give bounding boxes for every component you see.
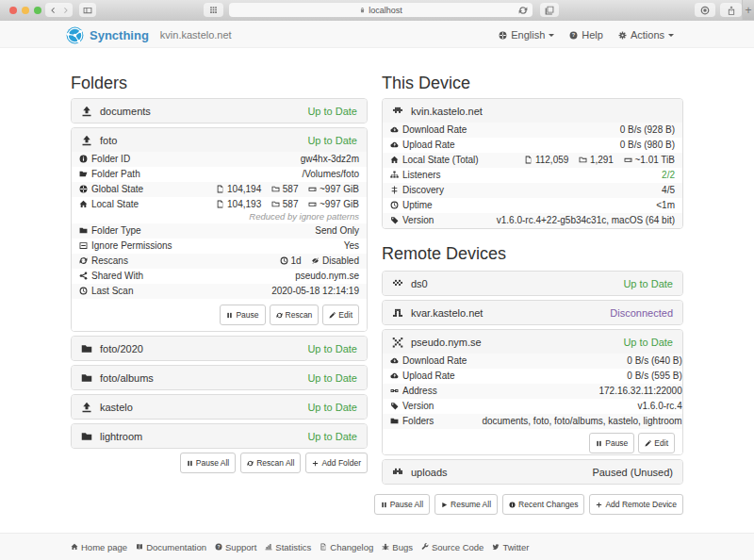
privacy-report-button[interactable]: [695, 3, 715, 17]
upload-icon: [81, 135, 92, 146]
tab-overview-button[interactable]: [540, 3, 559, 17]
folder-status: Up to Date: [307, 431, 357, 442]
history-nav-group: [45, 3, 73, 17]
folder-status: Up to Date: [307, 402, 357, 413]
footer-link-source-code[interactable]: Source Code: [421, 542, 484, 552]
device-header-kvar[interactable]: kvar.kastelo.net Disconnected: [383, 301, 682, 324]
share-icon: [79, 272, 88, 280]
edit-button[interactable]: Edit: [638, 433, 675, 453]
pause-button[interactable]: Pause: [589, 433, 634, 453]
add-folder-button[interactable]: Add Folder: [305, 453, 368, 473]
resume-all-button[interactable]: Resume All: [434, 494, 498, 515]
footer-link-twitter[interactable]: Twitter: [492, 542, 529, 552]
clock-icon: [280, 256, 288, 265]
recent-changes-button[interactable]: Recent Changes: [502, 494, 584, 515]
device-header-ds0[interactable]: ds0 Up to Date: [383, 272, 682, 295]
row-last-scan: Last Scan 2020-05-18 12:14:19: [72, 284, 367, 299]
device-name: uploads: [411, 467, 448, 478]
zoom-window-button[interactable]: [34, 7, 41, 14]
folder-header-foto[interactable]: foto Up to Date: [72, 128, 367, 152]
folder-panel-footer: Pause Rescan Edit: [72, 299, 367, 331]
pause-all-button[interactable]: Pause All: [374, 494, 430, 515]
this-device-table: Download Rate 0 B/s (928 B) Upload Rate …: [383, 123, 682, 228]
pencil-icon: [645, 440, 651, 447]
pause-button[interactable]: Pause: [220, 305, 265, 325]
row-folders: Folders documents, foto, foto/albums, ka…: [383, 414, 683, 429]
row-reduced-note: Reduced by ignore patterns: [72, 212, 367, 223]
minus-square-icon: [79, 241, 88, 250]
sitemap-icon: [390, 171, 399, 179]
footer-link-homepage[interactable]: Home page: [71, 542, 127, 552]
close-window-button[interactable]: [9, 7, 17, 14]
folder-header-fotoalbums[interactable]: foto/albums Up to Date: [72, 366, 367, 389]
row-download-rate: Download Rate 0 B/s (640 B): [383, 354, 683, 369]
language-menu[interactable]: English: [499, 29, 554, 41]
footer-link-support[interactable]: Support: [215, 542, 256, 552]
link-icon: [390, 387, 399, 395]
row-local-state: Local State 104,193 587 ~997 GiB: [72, 197, 367, 212]
folders-actions: Pause All Rescan All Add Folder: [71, 453, 368, 473]
twitter-icon: [492, 543, 500, 551]
cloud-download-icon: [390, 356, 399, 365]
plus-icon: [312, 460, 319, 467]
pause-icon: [596, 440, 602, 447]
folder-header-documents[interactable]: documents Up to Date: [72, 99, 367, 123]
device-panel-footer: Pause Edit: [383, 429, 682, 454]
folder-panel-lightroom: lightroom Up to Date: [71, 423, 368, 449]
refresh-icon: [79, 256, 88, 265]
row-folder-type: Folder Type Send Only: [72, 223, 367, 239]
forward-button[interactable]: [62, 7, 70, 14]
footer-link-bugs[interactable]: Bugs: [382, 542, 413, 552]
row-uptime: Uptime <1m: [383, 198, 682, 213]
pause-icon: [187, 460, 193, 467]
pause-all-button[interactable]: Pause All: [180, 453, 236, 473]
this-device-panel: kvin.kastelo.net Download Rate 0 B/s (92…: [382, 98, 683, 229]
folder-name: foto: [100, 135, 117, 146]
rescan-all-button[interactable]: Rescan All: [240, 453, 301, 473]
home-icon: [390, 156, 399, 164]
remote-devices-actions: Pause All Resume All Recent Changes Add …: [382, 494, 683, 515]
folder-status: Up to Date: [307, 343, 357, 354]
row-folder-path: Folder Path /Volumes/foto: [72, 167, 367, 182]
cloud-download-icon: [390, 125, 399, 134]
url-bar[interactable]: localhost: [229, 3, 533, 17]
device-header-uploads[interactable]: uploads Paused (Unused): [383, 460, 682, 484]
this-device-header[interactable]: kvin.kastelo.net: [383, 99, 682, 123]
actions-menu[interactable]: Actions: [618, 29, 674, 41]
new-tab-button[interactable]: +: [742, 0, 754, 20]
add-remote-device-button[interactable]: Add Remote Device: [589, 494, 683, 515]
reload-button[interactable]: [518, 6, 528, 15]
upload-icon: [81, 402, 92, 413]
cloud-upload-icon: [390, 140, 399, 149]
cloud-upload-icon: [390, 371, 399, 380]
folder-header-lightroom[interactable]: lightroom Up to Date: [72, 424, 367, 448]
gear-icon: [618, 31, 627, 40]
rescan-button[interactable]: Rescan: [270, 305, 320, 325]
footer-link-statistics[interactable]: Statistics: [265, 542, 311, 552]
folder-header-foto2020[interactable]: foto/2020 Up to Date: [72, 337, 367, 360]
top-sites-button[interactable]: [204, 3, 223, 17]
share-button[interactable]: [720, 3, 742, 17]
browser-chrome: localhost +: [0, 0, 754, 21]
help-menu[interactable]: Help: [569, 29, 603, 41]
footer-link-changelog[interactable]: Changelog: [320, 542, 373, 552]
remote-devices-heading: Remote Devices: [382, 244, 683, 263]
folder-name: foto/albums: [100, 372, 154, 384]
device-header-pseudo[interactable]: pseudo.nym.se Up to Date: [383, 330, 682, 354]
device-name: kvar.kastelo.net: [411, 307, 483, 319]
footer-link-documentation[interactable]: Documentation: [136, 542, 206, 552]
folder-name: lightroom: [100, 431, 142, 442]
folder-header-kastelo[interactable]: kastelo Up to Date: [72, 395, 367, 419]
minimize-window-button[interactable]: [22, 7, 29, 14]
row-folder-id: Folder ID gw4hx-3dz2m: [72, 152, 367, 167]
sidebar-toggle-button[interactable]: [79, 3, 96, 17]
device-status: Up to Date: [623, 337, 673, 348]
refresh-icon: [247, 460, 254, 467]
row-version: Version v1.6.0-rc.4: [383, 399, 683, 414]
back-button[interactable]: [49, 7, 57, 14]
help-icon: [569, 31, 578, 40]
pause-icon: [226, 312, 233, 319]
play-icon: [441, 502, 448, 508]
brand-name[interactable]: Syncthing: [90, 28, 149, 42]
edit-button[interactable]: Edit: [322, 305, 359, 325]
